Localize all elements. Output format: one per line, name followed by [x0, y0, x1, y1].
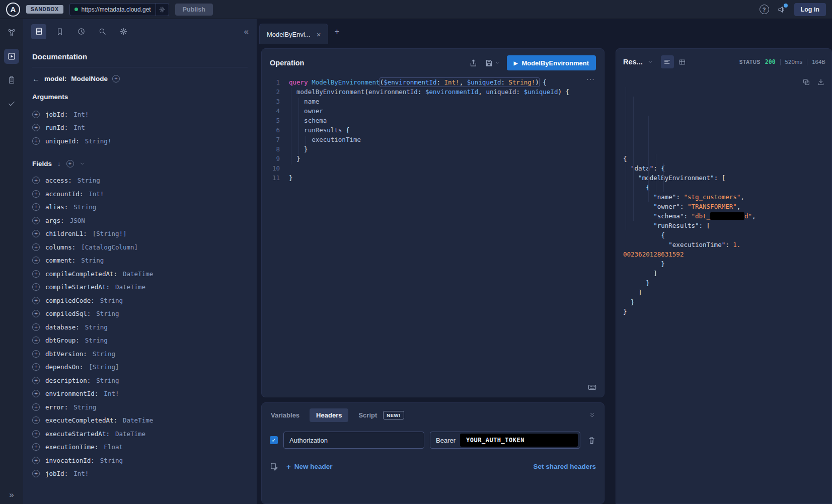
keyboard-shortcuts-button[interactable]: [587, 382, 597, 392]
close-icon[interactable]: ×: [317, 30, 321, 39]
add-field-button[interactable]: +: [32, 243, 40, 251]
argument-type[interactable]: String!: [85, 137, 112, 145]
nav-explorer-button[interactable]: [4, 49, 19, 64]
add-field-button[interactable]: +: [32, 363, 40, 371]
breadcrumb-type[interactable]: ModelNode: [71, 75, 108, 82]
add-field-button[interactable]: +: [32, 443, 40, 451]
field-type[interactable]: Int!: [89, 190, 104, 198]
operation-tab[interactable]: ModelByEnvi... ×: [259, 24, 328, 44]
add-field-button[interactable]: +: [32, 416, 40, 424]
add-field-button[interactable]: +: [32, 457, 40, 464]
apollo-logo[interactable]: A: [6, 3, 20, 17]
docs-tab-settings[interactable]: [116, 24, 131, 39]
add-field-button[interactable]: +: [32, 390, 40, 397]
tab-headers[interactable]: Headers: [310, 408, 348, 422]
field-type[interactable]: Float: [104, 443, 123, 451]
back-arrow-icon[interactable]: ←: [32, 74, 40, 83]
docs-tab-documentation[interactable]: [31, 24, 46, 39]
header-value-input[interactable]: Bearer YOUR_AUTH_TOKEN: [430, 432, 580, 449]
field-type[interactable]: [CatalogColumn]: [81, 243, 138, 251]
docs-tab-history[interactable]: [73, 24, 89, 39]
add-field-button[interactable]: +: [32, 257, 40, 264]
docs-tab-bookmarks[interactable]: [52, 24, 67, 39]
publish-button[interactable]: Publish: [175, 4, 213, 16]
add-field-button[interactable]: +: [32, 177, 40, 184]
add-type-button[interactable]: +: [112, 75, 120, 82]
collapse-docs-button[interactable]: «: [244, 27, 249, 37]
chevron-down-icon[interactable]: [80, 161, 85, 166]
field-type[interactable]: String: [93, 350, 115, 358]
add-field-button[interactable]: +: [32, 297, 40, 304]
field-type[interactable]: Int!: [73, 470, 89, 477]
field-type[interactable]: String: [96, 377, 119, 384]
add-argument-button[interactable]: +: [32, 124, 40, 131]
field-type[interactable]: String: [100, 297, 123, 304]
field-type[interactable]: [String!]: [93, 230, 127, 237]
auth-token-value[interactable]: YOUR_AUTH_TOKEN: [460, 434, 578, 447]
endpoint-settings-button[interactable]: [156, 4, 169, 16]
nav-checks-button[interactable]: [4, 96, 19, 111]
field-type[interactable]: DateTime: [115, 283, 145, 291]
nav-checklist-button[interactable]: [4, 72, 19, 88]
field-type[interactable]: DateTime: [123, 416, 153, 424]
add-argument-button[interactable]: +: [32, 137, 40, 145]
field-type[interactable]: String: [73, 403, 96, 411]
field-type[interactable]: DateTime: [115, 430, 145, 438]
nav-schema-button[interactable]: [4, 25, 19, 40]
header-enabled-checkbox[interactable]: ✓: [270, 436, 278, 444]
new-header-button[interactable]: + New header: [286, 462, 333, 471]
share-operation-button[interactable]: [469, 59, 478, 67]
field-type[interactable]: String: [85, 323, 108, 331]
chevron-down-icon[interactable]: [647, 59, 653, 65]
delete-header-button[interactable]: [587, 436, 596, 445]
expand-rail-button[interactable]: »: [0, 490, 23, 500]
field-type[interactable]: JSON: [70, 217, 85, 224]
more-options-button[interactable]: ···: [586, 75, 595, 83]
add-field-button[interactable]: +: [32, 470, 40, 477]
field-type[interactable]: String: [81, 257, 104, 264]
header-key-input[interactable]: Authorization: [283, 432, 424, 449]
add-field-button[interactable]: +: [32, 350, 40, 358]
add-field-button[interactable]: +: [32, 230, 40, 237]
announcements-button[interactable]: [777, 5, 786, 14]
add-field-button[interactable]: +: [32, 337, 40, 344]
endpoint-url-input[interactable]: https://metadata.cloud.get: [69, 3, 169, 16]
argument-type[interactable]: Int!: [73, 111, 89, 118]
add-field-button[interactable]: +: [32, 270, 40, 278]
field-type[interactable]: String: [100, 457, 123, 464]
help-button[interactable]: ?: [760, 5, 769, 14]
set-shared-headers-button[interactable]: Set shared headers: [533, 463, 596, 470]
add-field-button[interactable]: +: [32, 323, 40, 331]
field-type[interactable]: String: [78, 177, 100, 184]
field-type[interactable]: Int!: [104, 390, 119, 397]
graphql-editor[interactable]: 1query ModelByEnvironment($environmentId…: [262, 73, 604, 397]
add-field-button[interactable]: +: [32, 403, 40, 411]
collapse-panel-button[interactable]: [588, 411, 596, 419]
tab-variables[interactable]: Variables: [270, 408, 300, 422]
tab-script[interactable]: Script: [357, 408, 378, 422]
add-field-button[interactable]: +: [32, 203, 40, 211]
view-table-button[interactable]: [676, 55, 689, 68]
view-raw-button[interactable]: [661, 55, 674, 68]
login-button[interactable]: Log in: [794, 3, 826, 16]
response-title-dropdown[interactable]: Res...: [623, 58, 643, 66]
docs-tab-search[interactable]: [95, 24, 110, 39]
add-field-button[interactable]: +: [32, 190, 40, 198]
field-type[interactable]: String: [96, 310, 119, 317]
sort-icon[interactable]: ↓: [57, 160, 61, 167]
environment-variables-button[interactable]: [270, 462, 278, 471]
field-type[interactable]: DateTime: [123, 270, 153, 278]
add-field-button[interactable]: +: [32, 217, 40, 224]
save-operation-button[interactable]: [485, 59, 500, 67]
add-field-button[interactable]: +: [32, 283, 40, 291]
field-type[interactable]: String: [85, 337, 108, 344]
add-field-button[interactable]: +: [32, 310, 40, 317]
add-field-button[interactable]: +: [32, 430, 40, 438]
add-argument-button[interactable]: +: [32, 111, 40, 118]
field-type[interactable]: String: [73, 203, 96, 211]
field-type[interactable]: [String]: [89, 363, 119, 371]
add-field-button[interactable]: +: [32, 377, 40, 384]
new-tab-button[interactable]: +: [328, 27, 345, 37]
add-all-fields-button[interactable]: +: [66, 160, 74, 167]
run-operation-button[interactable]: ▶ ModelByEnvironment: [507, 55, 596, 70]
